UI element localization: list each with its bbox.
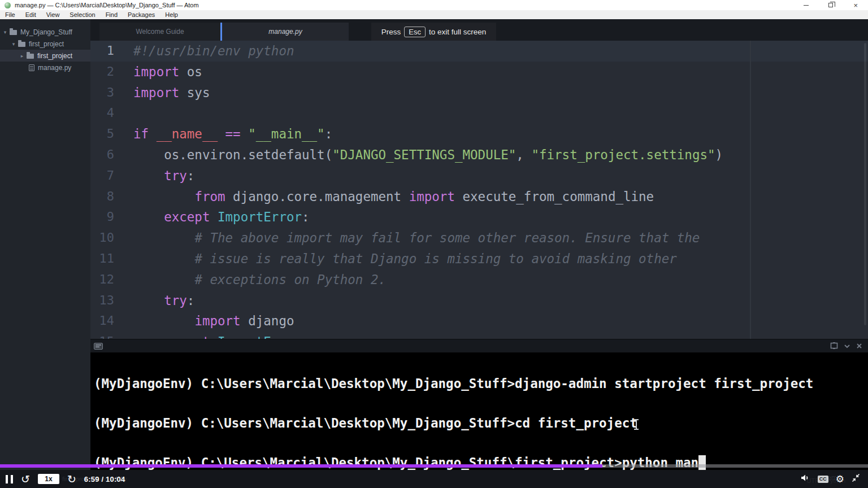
window-controls: × <box>793 0 868 10</box>
tree-item-my_django_stuff[interactable]: ▾My_Django_Stuff <box>0 26 90 38</box>
file-icon <box>29 64 34 71</box>
restore-button[interactable] <box>818 0 843 10</box>
screen: manage.py — C:\Users\Marcial\Desktop\My_… <box>0 0 868 488</box>
terminal-line <box>94 433 868 453</box>
folder-icon <box>10 30 17 35</box>
line-number: 4 <box>90 103 133 124</box>
tab-welcome-guide[interactable]: Welcome Guide <box>99 23 220 41</box>
menu-bar: FileEditViewSelectionFindPackagesHelp <box>0 10 868 19</box>
settings-gear-button[interactable]: ⚙ <box>836 474 844 484</box>
code-line <box>133 103 868 124</box>
line-number: 14 <box>90 311 133 332</box>
code-line: from django.core.management import execu… <box>133 186 868 207</box>
player-controls-right: CC ⚙ <box>801 470 860 488</box>
line-number: 6 <box>90 145 133 165</box>
atom-logo-icon <box>5 2 11 8</box>
close-button[interactable]: × <box>843 0 868 10</box>
tree-item-label: first_project <box>29 40 64 48</box>
code-line: except ImportError: <box>133 207 868 228</box>
code-editor[interactable]: 123456789101112131415 #!/usr/bin/env pyt… <box>90 41 868 339</box>
code-line: #!/usr/bin/env python <box>133 41 868 62</box>
folder-icon <box>18 42 25 47</box>
tree-item-label: My_Django_Stuff <box>20 28 72 36</box>
rewind-icon[interactable]: ↺ <box>21 474 30 485</box>
tab-label: Welcome Guide <box>136 28 184 36</box>
line-number: 11 <box>90 249 133 269</box>
esc-key-badge: Esc <box>404 27 426 37</box>
terminal-line: (MyDjangoEnv) C:\Users\Marcial\Desktop\M… <box>94 374 868 394</box>
tree-item-first_project[interactable]: ▾first_project <box>0 38 90 50</box>
line-number: 1 <box>90 41 133 62</box>
terminal-output[interactable]: (MyDjangoEnv) C:\Users\Marcial\Desktop\M… <box>90 352 868 470</box>
menu-file[interactable]: File <box>0 11 20 18</box>
restore-icon <box>828 3 833 7</box>
line-number: 13 <box>90 290 133 311</box>
menu-find[interactable]: Find <box>101 11 123 18</box>
notice-prefix: Press <box>381 28 401 36</box>
video-control-bar: first_project\manage.py 1:1 UTF-8 Python… <box>0 470 868 488</box>
code-line: os.environ.setdefault("DJANGO_SETTINGS_M… <box>133 145 868 165</box>
exit-fullscreen-button[interactable] <box>852 474 860 484</box>
code-line: import django <box>133 311 868 332</box>
menu-packages[interactable]: Packages <box>123 11 160 18</box>
tree-item-label: first_project <box>37 52 72 60</box>
tree-view: ▾My_Django_Stuff▾first_project▸first_pro… <box>0 19 90 470</box>
terminal-header-buttons <box>830 339 862 353</box>
code-line: import sys <box>133 82 868 103</box>
terminal-icon <box>94 343 103 350</box>
volume-button[interactable] <box>801 474 810 484</box>
playback-speed-button[interactable]: 1x <box>38 474 59 484</box>
captions-button[interactable]: CC <box>818 476 828 483</box>
terminal-line: (MyDjangoEnv) C:\Users\Marcial\Desktop\M… <box>94 413 868 433</box>
video-progress-bar[interactable] <box>0 464 868 468</box>
fullscreen-notice: PressEscto exit full screen <box>371 23 496 41</box>
chevron-right-icon[interactable]: ▸ <box>19 53 25 59</box>
video-progress-fill <box>0 464 602 468</box>
editor-scrollbar[interactable] <box>864 43 866 325</box>
line-number-gutter: 123456789101112131415 <box>90 41 133 339</box>
chevron-down-icon[interactable]: ▾ <box>11 41 16 47</box>
menu-selection[interactable]: Selection <box>64 11 100 18</box>
code-line: if __name__ == "__main__": <box>133 124 868 145</box>
player-controls-left: ↺ 1x ↻ 6:59 / 10:04 <box>6 470 125 488</box>
menu-view[interactable]: View <box>41 11 65 18</box>
terminal-panel-header <box>90 339 868 352</box>
terminal-maximize-button[interactable] <box>830 341 838 351</box>
code-line: # issue is really that Django is missing… <box>133 249 868 269</box>
window-title: manage.py — C:\Users\Marcial\Desktop\My_… <box>15 2 199 8</box>
terminal-close-button[interactable] <box>856 341 862 351</box>
line-number: 10 <box>90 228 133 249</box>
line-number: 9 <box>90 207 133 228</box>
pause-button[interactable] <box>6 475 13 483</box>
terminal-minimize-button[interactable] <box>844 341 850 351</box>
tree-item-label: manage.py <box>38 64 71 72</box>
line-number: 12 <box>90 269 133 290</box>
terminal-cursor <box>698 455 706 470</box>
line-number: 7 <box>90 165 133 186</box>
line-number: 2 <box>90 62 133 82</box>
tree-item-manage.py[interactable]: manage.py <box>0 62 90 73</box>
line-number: 5 <box>90 124 133 145</box>
close-icon: × <box>853 2 858 9</box>
terminal-line <box>94 394 868 413</box>
minimize-icon <box>804 5 809 6</box>
line-number: 3 <box>90 82 133 103</box>
forward-icon[interactable]: ↻ <box>67 474 76 485</box>
menu-help[interactable]: Help <box>160 11 183 18</box>
line-number: 15 <box>90 332 133 339</box>
tab-label: manage.py <box>268 28 302 36</box>
notice-suffix: to exit full screen <box>429 28 486 36</box>
window-title-bar: manage.py — C:\Users\Marcial\Desktop\My_… <box>0 0 868 10</box>
menu-edit[interactable]: Edit <box>20 11 41 18</box>
minimize-button[interactable] <box>793 0 818 10</box>
code-line: except ImportError: <box>133 332 868 339</box>
tab-manage-py[interactable]: manage.py <box>220 23 349 41</box>
code-lines: #!/usr/bin/env pythonimport osimport sys… <box>133 41 868 339</box>
line-number: 8 <box>90 186 133 207</box>
code-line: try: <box>133 290 868 311</box>
code-line: try: <box>133 165 868 186</box>
chevron-down-icon[interactable]: ▾ <box>2 29 8 35</box>
code-line: import os <box>133 62 868 82</box>
tree-item-first_project[interactable]: ▸first_project <box>0 50 90 62</box>
code-line: # exceptions on Python 2. <box>133 269 868 290</box>
